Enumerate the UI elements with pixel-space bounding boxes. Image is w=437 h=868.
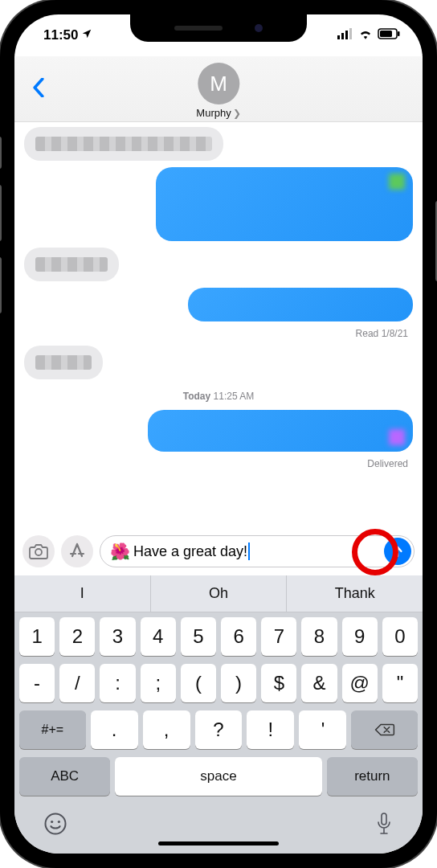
camera-button[interactable] <box>22 535 55 567</box>
app-store-icon <box>67 542 87 561</box>
emoji-button[interactable] <box>43 812 67 839</box>
received-bubble[interactable] <box>24 346 103 379</box>
back-button[interactable] <box>24 72 53 106</box>
key-question[interactable]: ? <box>195 710 243 749</box>
svg-point-10 <box>58 821 60 823</box>
svg-rect-11 <box>382 813 386 825</box>
sent-bubble[interactable] <box>156 167 413 241</box>
key-dash[interactable]: - <box>19 664 55 702</box>
key-dollar[interactable]: $ <box>261 664 296 702</box>
suggestion-3[interactable]: Thank <box>287 575 423 612</box>
svg-rect-2 <box>345 31 348 39</box>
message-input[interactable]: 🌺 Have a great day! <box>100 535 415 567</box>
clock: 11:50 <box>43 27 78 43</box>
key-9[interactable]: 9 <box>342 617 378 656</box>
phone-frame: 11:50 <box>0 0 437 868</box>
composer-text: Have a great day! <box>133 543 247 560</box>
key-rparen[interactable]: ) <box>221 664 256 702</box>
key-4[interactable]: 4 <box>141 617 176 656</box>
volume-up-button <box>0 185 2 241</box>
apps-button[interactable] <box>61 535 93 567</box>
svg-rect-0 <box>337 35 340 39</box>
svg-point-7 <box>35 549 42 555</box>
microphone-icon <box>374 812 394 836</box>
arrow-up-icon <box>390 544 405 559</box>
location-icon <box>81 27 92 43</box>
key-apostrophe[interactable]: ' <box>299 710 346 749</box>
key-row-1: 1 2 3 4 5 6 7 8 9 0 <box>19 617 418 656</box>
svg-rect-3 <box>349 28 352 39</box>
status-right <box>337 27 400 43</box>
divider-time: 11:25 AM <box>214 391 255 402</box>
wifi-icon <box>358 27 373 43</box>
keyboard: I Oh Thank 1 2 3 4 5 6 7 8 9 0 - <box>14 575 423 854</box>
mute-switch <box>0 137 2 169</box>
home-indicator[interactable] <box>158 841 279 845</box>
key-lparen[interactable]: ( <box>181 664 216 702</box>
delete-icon <box>374 719 395 740</box>
notch <box>130 14 307 42</box>
key-row-4: ABC space return <box>19 757 418 796</box>
received-bubble[interactable] <box>24 248 119 281</box>
sent-bubble[interactable] <box>188 288 413 321</box>
key-symbols[interactable]: #+= <box>19 710 86 749</box>
composer-row: 🌺 Have a great day! <box>14 529 423 575</box>
svg-point-8 <box>46 814 66 834</box>
divider-day: Today <box>183 391 210 402</box>
battery-icon <box>378 27 400 43</box>
suggestion-1[interactable]: I <box>14 575 151 612</box>
svg-point-9 <box>51 821 53 823</box>
delivered-receipt: Delivered <box>367 458 413 469</box>
suggestion-bar: I Oh Thank <box>14 575 423 612</box>
key-amp[interactable]: & <box>301 664 337 702</box>
received-bubble[interactable] <box>24 127 223 161</box>
cellular-icon <box>337 27 353 43</box>
key-quote[interactable]: " <box>382 664 418 702</box>
key-rows: 1 2 3 4 5 6 7 8 9 0 - / : ; ( ) <box>14 612 423 800</box>
key-comma[interactable]: , <box>143 710 190 749</box>
contact-name: Murphy <box>196 107 231 119</box>
key-row-3: #+= . , ? ! ' <box>19 710 418 749</box>
key-0[interactable]: 0 <box>382 617 418 656</box>
nav-header: M Murphy ❯ <box>14 56 423 122</box>
key-6[interactable]: 6 <box>221 617 256 656</box>
key-delete[interactable] <box>351 710 418 749</box>
key-1[interactable]: 1 <box>19 617 55 656</box>
chevron-right-icon: ❯ <box>233 108 241 119</box>
camera-icon <box>29 543 48 559</box>
screen: 11:50 <box>14 14 423 854</box>
avatar: M <box>198 63 239 104</box>
composer-emoji: 🌺 <box>110 542 130 561</box>
svg-rect-1 <box>341 33 344 39</box>
key-semicolon[interactable]: ; <box>141 664 176 702</box>
read-receipt: Read 1/8/21 <box>356 328 413 339</box>
key-space[interactable]: space <box>115 757 321 796</box>
text-cursor <box>248 542 250 560</box>
key-3[interactable]: 3 <box>100 617 135 656</box>
key-2[interactable]: 2 <box>59 617 95 656</box>
key-at[interactable]: @ <box>342 664 378 702</box>
sent-bubble[interactable] <box>148 410 413 452</box>
key-5[interactable]: 5 <box>181 617 216 656</box>
key-abc[interactable]: ABC <box>19 757 110 796</box>
contact-header[interactable]: M Murphy ❯ <box>196 63 240 119</box>
suggestion-2[interactable]: Oh <box>151 575 288 612</box>
front-camera <box>255 24 263 32</box>
keyboard-bottom-row <box>14 800 423 839</box>
key-slash[interactable]: / <box>59 664 95 702</box>
key-period[interactable]: . <box>91 710 138 749</box>
key-colon[interactable]: : <box>100 664 135 702</box>
key-return[interactable]: return <box>327 757 418 796</box>
avatar-initial: M <box>210 72 227 96</box>
time-divider: Today 11:25 AM <box>183 391 255 402</box>
key-7[interactable]: 7 <box>261 617 296 656</box>
dictation-button[interactable] <box>374 812 394 839</box>
contact-name-row: Murphy ❯ <box>196 107 240 119</box>
emoji-icon <box>43 812 67 836</box>
key-row-2: - / : ; ( ) $ & @ " <box>19 664 418 702</box>
message-list[interactable]: Read 1/8/21 Today 11:25 AM Delivered <box>14 122 423 529</box>
volume-down-button <box>0 257 2 313</box>
send-button[interactable] <box>384 538 411 565</box>
key-exclaim[interactable]: ! <box>247 710 294 749</box>
key-8[interactable]: 8 <box>301 617 337 656</box>
